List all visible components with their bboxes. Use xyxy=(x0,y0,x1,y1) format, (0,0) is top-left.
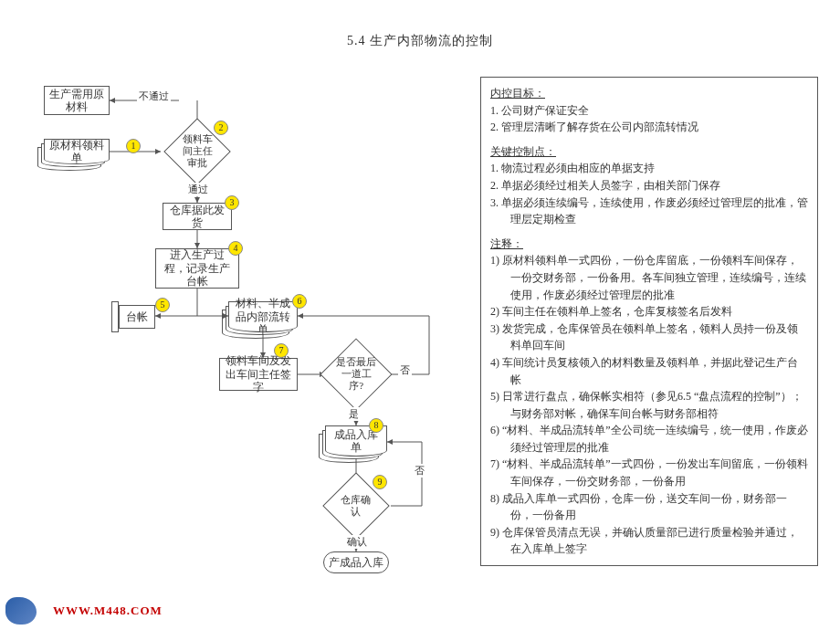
node-warehouse-confirm-label: 仓库确认 xyxy=(337,494,375,518)
node-warehouse-dispatch: 仓库据此发货 xyxy=(163,203,232,230)
edge-no-1: 否 xyxy=(398,363,412,377)
control-3: 3. 单据必须连续编号，连续使用，作废必须经过管理层的批准，管理层定期检查 xyxy=(490,194,808,228)
badge-3: 3 xyxy=(225,195,239,210)
content-container: 生产需用原材料 原材料领料单 领料车间主任审批 仓库据此发货 进入生产过程，记录… xyxy=(0,68,840,606)
heading-objectives: 内控目标： xyxy=(490,85,808,102)
edge-confirm: 确认 xyxy=(345,535,369,549)
note-1: 1) 原材料领料单一式四份，一份仓库留底，一份领料车间保存，一份交财务部，一份备… xyxy=(490,252,808,303)
badge-6: 6 xyxy=(292,294,307,309)
flowchart: 生产需用原材料 原材料领料单 领料车间主任审批 仓库据此发货 进入生产过程，记录… xyxy=(0,68,475,606)
control-1: 1. 物流过程必须由相应的单据支持 xyxy=(490,160,808,177)
control-2: 2. 单据必须经过相关人员签字，由相关部门保存 xyxy=(490,177,808,194)
badge-8: 8 xyxy=(369,418,383,433)
badge-5: 5 xyxy=(155,298,170,312)
node-last-process-label: 是否最后一道工序? xyxy=(335,356,377,393)
note-3: 3) 发货完成，仓库保管员在领料单上签名，领料人员持一份及领料单回车间 xyxy=(490,320,808,354)
badge-1: 1 xyxy=(126,139,141,153)
objective-1: 1. 公司财产保证安全 xyxy=(490,102,808,120)
note-8: 8) 成品入库单一式四份，仓库一份，送交车间一份，财务部一份，一份备用 xyxy=(490,490,808,524)
note-5: 5) 日常进行盘点，确保帐实相符（参见6.5 “盘点流程的控制”）；与财务部对帐… xyxy=(490,388,808,422)
note-2: 2) 车间主任在领料单上签名，仓库复核签名后发料 xyxy=(490,303,808,320)
node-raw-material-need: 生产需用原材料 xyxy=(44,86,110,115)
ledger-binding-icon xyxy=(111,301,119,332)
heading-controls: 关键控制点： xyxy=(490,143,808,161)
node-sign: 领料车间及发出车间主任签字 xyxy=(219,358,298,391)
note-6: 6) “材料、半成品流转单”全公司统一连续编号，统一使用，作废必须经过管理层的批… xyxy=(490,422,808,456)
footer-url: WWW.M448.COM xyxy=(53,604,163,618)
note-9: 9) 仓库保管员清点无误，并确认质量部已进行质量检验并通过，在入库单上签字 xyxy=(490,524,808,558)
edge-yes: 是 xyxy=(347,407,361,421)
note-7: 7) “材料、半成品流转单”一式四份，一份发出车间留底，一份领料车间保存，一份交… xyxy=(490,456,808,489)
node-transfer-form: 材料、半成品内部流转单 xyxy=(228,301,298,332)
node-last-process-decision: 是否最后一道工序? xyxy=(320,338,392,410)
node-supervisor-approval-label: 领料车间主任审批 xyxy=(178,133,216,170)
objective-2: 2. 管理层清晰了解存货在公司内部流转情况 xyxy=(490,119,808,136)
edge-pass: 通过 xyxy=(186,183,210,196)
heading-notes: 注释： xyxy=(490,236,808,253)
footer: WWW.M448.COM xyxy=(5,597,163,625)
node-goods-instore: 产成品入库 xyxy=(323,551,389,573)
side-panel: 内控目标： 1. 公司财产保证安全 2. 管理层清晰了解存货在公司内部流转情况 … xyxy=(480,77,818,566)
badge-2: 2 xyxy=(214,121,228,135)
badge-9: 9 xyxy=(373,475,387,489)
node-production-record: 进入生产过程，记录生产台帐 xyxy=(155,248,239,289)
note-4: 4) 车间统计员复核领入的材料数量及领料单，并据此登记生产台帐 xyxy=(490,354,808,388)
page-title: 5.4 生产内部物流的控制 xyxy=(0,33,840,49)
edge-fail: 不通过 xyxy=(137,89,171,103)
badge-4: 4 xyxy=(228,241,243,256)
node-requisition-form: 原材料领料单 xyxy=(44,139,110,164)
badge-7: 7 xyxy=(274,343,289,358)
edge-no-2: 否 xyxy=(413,464,426,478)
node-ledger: 台帐 xyxy=(119,305,155,329)
logo-icon xyxy=(5,597,37,625)
